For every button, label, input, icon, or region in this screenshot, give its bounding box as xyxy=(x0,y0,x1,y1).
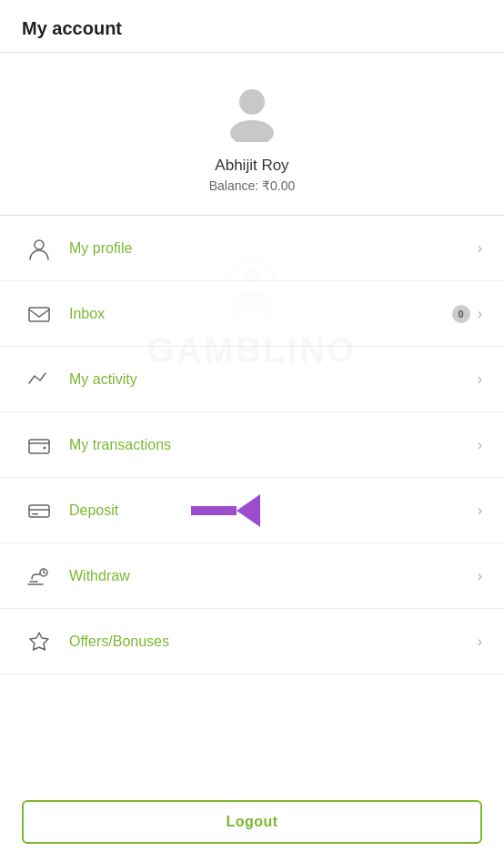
menu-item-offers-bonuses[interactable]: Offers/Bonuses › xyxy=(0,609,504,674)
avatar xyxy=(219,78,285,144)
page-title: My account xyxy=(22,18,122,38)
wallet-icon xyxy=(22,428,56,462)
svg-point-2 xyxy=(35,240,44,249)
deposit-highlight-arrow xyxy=(191,494,260,527)
offers-bonuses-label: Offers/Bonuses xyxy=(69,634,470,650)
inbox-label: Inbox xyxy=(69,306,447,322)
star-icon xyxy=(22,624,56,659)
menu-item-my-activity[interactable]: My activity › xyxy=(0,347,504,412)
page-header: My account xyxy=(0,0,504,53)
svg-point-5 xyxy=(44,446,46,449)
person-icon xyxy=(22,231,56,266)
chevron-right-icon: › xyxy=(478,568,482,584)
menu-item-inbox[interactable]: Inbox 0 › xyxy=(0,281,504,347)
menu-list: My profile › Inbox 0 › My activity › My … xyxy=(0,216,504,789)
withdraw-label: Withdraw xyxy=(69,568,470,584)
hand-money-icon xyxy=(22,559,56,593)
account-page: My account Abhijit Roy Balance: ₹0.00 My… xyxy=(0,0,504,862)
svg-rect-7 xyxy=(32,513,38,515)
menu-item-my-profile[interactable]: My profile › xyxy=(0,216,504,281)
activity-icon xyxy=(22,362,56,397)
profile-section: Abhijit Roy Balance: ₹0.00 xyxy=(0,53,504,216)
chevron-right-icon: › xyxy=(478,502,482,519)
svg-rect-3 xyxy=(29,308,49,321)
chevron-right-icon: › xyxy=(478,240,482,257)
logout-container: Logout xyxy=(0,789,504,862)
card-icon xyxy=(22,493,56,528)
envelope-icon xyxy=(22,297,56,331)
my-activity-label: My activity xyxy=(69,371,470,388)
my-transactions-label: My transactions xyxy=(69,437,470,453)
svg-rect-6 xyxy=(29,505,49,517)
svg-point-1 xyxy=(230,120,274,142)
svg-marker-9 xyxy=(30,633,48,650)
logout-button[interactable]: Logout xyxy=(22,800,482,844)
menu-item-withdraw[interactable]: Withdraw › xyxy=(0,543,504,609)
svg-point-0 xyxy=(239,89,265,115)
menu-item-deposit[interactable]: Deposit › xyxy=(0,478,504,543)
chevron-right-icon: › xyxy=(478,437,482,453)
my-profile-label: My profile xyxy=(69,240,470,257)
deposit-label: Deposit xyxy=(69,502,470,519)
profile-balance: Balance: ₹0.00 xyxy=(209,178,296,193)
inbox-badge: 0 xyxy=(452,305,470,323)
chevron-right-icon: › xyxy=(478,634,482,650)
svg-rect-4 xyxy=(29,440,49,453)
menu-item-my-transactions[interactable]: My transactions › xyxy=(0,412,504,478)
chevron-right-icon: › xyxy=(478,371,482,388)
chevron-right-icon: › xyxy=(478,306,482,322)
profile-name: Abhijit Roy xyxy=(215,157,288,175)
